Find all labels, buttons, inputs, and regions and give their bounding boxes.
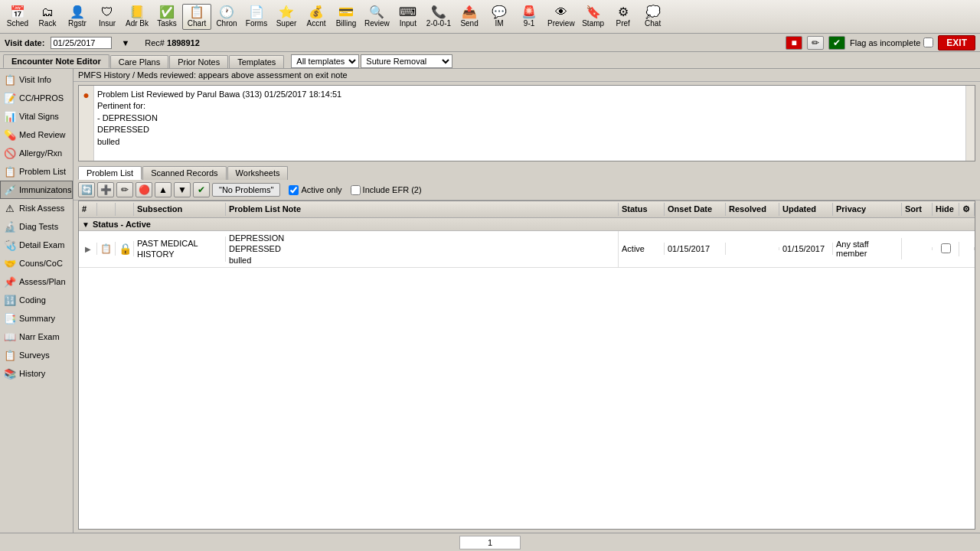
problem-list-icon: 📋 bbox=[4, 165, 16, 178]
im-button[interactable]: 💬 IM bbox=[485, 4, 514, 30]
sidebar-item-summary[interactable]: 📑 Summary bbox=[0, 309, 73, 328]
status-group-row: ▼ Status - Active bbox=[79, 218, 975, 231]
sidebar-item-detail-exam[interactable]: 🩺 Detail Exam bbox=[0, 236, 73, 254]
status-group-label: Status - Active bbox=[93, 220, 151, 229]
stamp-button[interactable]: 🔖 Stamp bbox=[579, 4, 608, 30]
insur-button[interactable]: 🛡 Insur bbox=[93, 4, 122, 30]
col-header-note: Problem List Note bbox=[226, 203, 619, 216]
flag-incomplete-checkbox[interactable] bbox=[923, 37, 933, 47]
cell-icon2: 🔒 bbox=[116, 241, 134, 256]
pref-button[interactable]: ⚙ Pref bbox=[609, 4, 638, 30]
preview-button[interactable]: 👁 Preview bbox=[544, 4, 578, 30]
sidebar-item-ccmpros[interactable]: 📝 CC/HPROS bbox=[0, 89, 73, 107]
sidebar-item-couns-coc[interactable]: 🤝 Couns/CoC bbox=[0, 254, 73, 272]
delete-problem-button[interactable]: 🔴 bbox=[136, 182, 152, 197]
adr-bk-label: Adr Bk bbox=[126, 19, 149, 28]
rgstr-button[interactable]: 👤 Rgstr bbox=[63, 4, 92, 30]
col-header-onset: Onset Date bbox=[665, 203, 726, 216]
status-bar: 1 bbox=[0, 533, 980, 551]
settings-icon[interactable]: ⚙ bbox=[962, 204, 970, 214]
chat-button[interactable]: 💭 Chat bbox=[639, 4, 668, 30]
hide-checkbox[interactable] bbox=[941, 243, 951, 253]
sidebar-label-diag-tests: Diag Tests bbox=[19, 222, 58, 231]
cell-icon1: 📋 bbox=[97, 242, 116, 256]
move-up-button[interactable]: ▲ bbox=[155, 182, 172, 197]
sidebar-item-assess-plan[interactable]: 📌 Assess/Plan bbox=[0, 272, 73, 291]
include-efr-checkbox[interactable] bbox=[351, 185, 361, 195]
input-icon: ⌨ bbox=[399, 6, 416, 18]
send-label: Send bbox=[460, 19, 478, 28]
sidebar-item-history[interactable]: 📚 History bbox=[0, 364, 73, 383]
collapse-button[interactable]: ▼ bbox=[82, 220, 90, 229]
tab-care-plans[interactable]: Care Plans bbox=[110, 55, 168, 68]
edit-flag-button[interactable]: ✏ bbox=[807, 36, 824, 50]
rack-button[interactable]: 🗂 Rack bbox=[33, 4, 62, 30]
col-header-subsection: Subsection bbox=[134, 203, 226, 216]
super-label: Super bbox=[276, 19, 297, 28]
col-header-icon2 bbox=[116, 203, 134, 216]
tab-templates[interactable]: Templates bbox=[229, 55, 284, 68]
accnt-button[interactable]: 💰 Accnt bbox=[302, 4, 331, 30]
add-problem-button[interactable]: ➕ bbox=[97, 182, 114, 197]
note-scrollbar[interactable] bbox=[965, 86, 975, 161]
dropdown-arrow-icon[interactable]: ▼ bbox=[121, 38, 129, 47]
tab-scanned-records[interactable]: Scanned Records bbox=[142, 166, 226, 180]
sidebar-item-problem-list[interactable]: 📋 Problem List bbox=[0, 162, 73, 181]
sidebar-item-risk-assess[interactable]: ⚠ Risk Assess bbox=[0, 199, 73, 217]
send-button[interactable]: 📤 Send bbox=[455, 4, 484, 30]
review-button[interactable]: 🔍 Review bbox=[361, 4, 393, 30]
sidebar-item-diag-tests[interactable]: 🔬 Diag Tests bbox=[0, 217, 73, 236]
tab-prior-notes[interactable]: Prior Notes bbox=[169, 55, 228, 68]
adr-bk-button[interactable]: 📒 Adr Bk bbox=[122, 4, 152, 30]
note-text-area[interactable]: Problem List Reviewed by Parul Bawa (313… bbox=[94, 86, 965, 161]
tab-encounter-note[interactable]: Encounter Note Editor bbox=[3, 54, 109, 68]
table-row[interactable]: ▶ 📋 🔒 PAST MEDICAL HISTORY DEPRESSION DE… bbox=[79, 231, 975, 268]
sched-button[interactable]: 📅 Sched bbox=[3, 4, 32, 30]
chron-button[interactable]: 🕐 Chron bbox=[212, 4, 241, 30]
check-button[interactable]: ✔ bbox=[193, 182, 210, 197]
exit-button[interactable]: EXIT bbox=[938, 35, 975, 51]
no-problems-button[interactable]: "No Problems" bbox=[212, 183, 280, 197]
edit-problem-button[interactable]: ✏ bbox=[116, 182, 133, 197]
sidebar-item-allergy[interactable]: 🚫 Allergy/Rxn bbox=[0, 144, 73, 162]
forms-label: Forms bbox=[246, 19, 267, 28]
green-check-button[interactable]: ✔ bbox=[828, 36, 845, 50]
chat-icon: 💭 bbox=[645, 6, 661, 18]
active-only-checkbox[interactable] bbox=[289, 185, 299, 195]
cell-resolved bbox=[726, 247, 779, 250]
sidebar-item-coding[interactable]: 🔢 Coding bbox=[0, 291, 73, 309]
review-label: Review bbox=[364, 19, 390, 28]
visit-date-input[interactable] bbox=[51, 37, 112, 49]
2001-button[interactable]: 📞 2-0-0-1 bbox=[423, 4, 454, 30]
sidebar-item-immunizations[interactable]: 💉 Immunizatons bbox=[0, 181, 73, 199]
tab-problem-list[interactable]: Problem List bbox=[78, 166, 142, 180]
input-button[interactable]: ⌨ Input bbox=[394, 4, 423, 30]
91-icon: 🚨 bbox=[521, 6, 537, 18]
forms-button[interactable]: 📄 Forms bbox=[242, 4, 271, 30]
sidebar-item-visit-info[interactable]: 📋 Visit Info bbox=[0, 70, 73, 89]
billing-button[interactable]: 💳 Billing bbox=[332, 4, 361, 30]
super-button[interactable]: ⭐ Super bbox=[272, 4, 301, 30]
input-label: Input bbox=[400, 19, 416, 28]
sidebar-item-vital-signs[interactable]: 📊 Vital Signs bbox=[0, 107, 73, 126]
tasks-button[interactable]: ✅ Tasks bbox=[152, 4, 181, 30]
91-button[interactable]: 🚨 9-1 bbox=[514, 4, 544, 30]
sidebar-item-narr-exam[interactable]: 📖 Narr Exam bbox=[0, 328, 73, 346]
chart-button[interactable]: 📋 Chart bbox=[182, 4, 211, 30]
review-icon: 🔍 bbox=[369, 6, 384, 18]
include-efr-label: Include EFR (2) bbox=[351, 185, 422, 195]
minus-button[interactable]: ■ bbox=[786, 36, 802, 50]
move-down-button[interactable]: ▼ bbox=[174, 182, 191, 197]
sidebar-label-history: History bbox=[19, 369, 45, 378]
tasks-icon: ✅ bbox=[159, 6, 175, 18]
tab-worksheets[interactable]: Worksheets bbox=[227, 166, 289, 180]
col-header-privacy: Privacy bbox=[833, 203, 902, 216]
refresh-button[interactable]: 🔄 bbox=[78, 182, 95, 197]
sidebar-label-risk-assess: Risk Assess bbox=[19, 204, 64, 213]
insur-label: Insur bbox=[99, 19, 116, 28]
all-templates-select[interactable]: All templates bbox=[291, 54, 359, 68]
sidebar-item-surveys[interactable]: 📋 Surveys bbox=[0, 346, 73, 364]
row-arrow-icon[interactable]: ▶ bbox=[85, 245, 91, 253]
suture-removal-select[interactable]: Suture Removal bbox=[361, 54, 452, 68]
sidebar-item-med-review[interactable]: 💊 Med Review bbox=[0, 126, 73, 144]
